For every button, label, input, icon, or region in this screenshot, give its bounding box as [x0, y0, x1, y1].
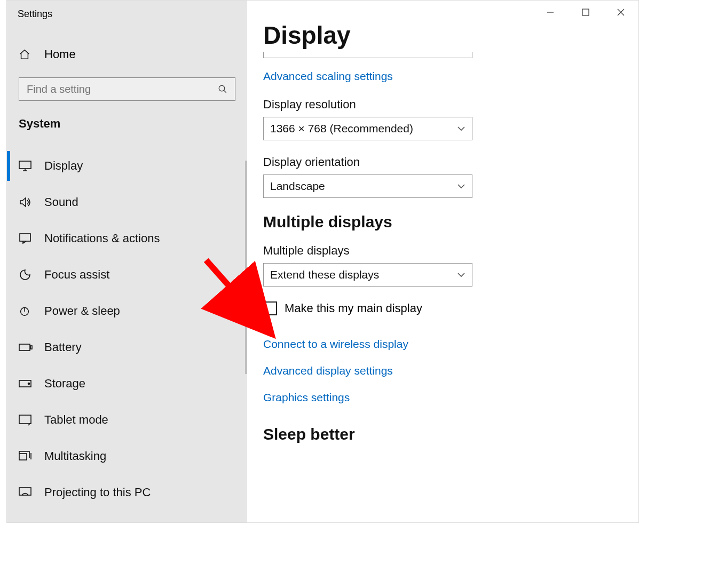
sidebar-item-label: Tablet mode: [44, 413, 108, 427]
focus-assist-icon: [19, 268, 33, 281]
svg-rect-2: [20, 234, 30, 241]
close-button[interactable]: [603, 1, 638, 24]
display-icon: [19, 161, 33, 171]
sleep-better-heading: Sleep better: [263, 425, 622, 443]
multiple-displays-label: Multiple displays: [263, 244, 622, 258]
notifications-icon: [19, 233, 33, 244]
search-icon: [218, 84, 227, 94]
sidebar-item-label: Power & sleep: [44, 304, 120, 318]
sidebar-item-notifications[interactable]: Notifications & actions: [7, 220, 247, 257]
svg-rect-11: [582, 9, 589, 15]
window-controls: [533, 1, 638, 24]
main-content: Display Advanced scaling settings Displa…: [247, 1, 638, 522]
link-graphics-settings[interactable]: Graphics settings: [263, 391, 622, 404]
orientation-dropdown[interactable]: Landscape: [263, 174, 472, 198]
search-input[interactable]: [27, 83, 218, 96]
sidebar-item-label: Sound: [44, 195, 78, 209]
sidebar: Settings Home System: [7, 1, 247, 522]
search-wrap: [7, 72, 247, 101]
sidebar-item-battery[interactable]: Battery: [7, 329, 247, 365]
page-title: Display: [263, 21, 622, 50]
sidebar-home[interactable]: Home: [7, 37, 247, 72]
window-title: Settings: [7, 1, 247, 27]
sidebar-item-label: Focus assist: [44, 268, 109, 282]
sidebar-item-power-sleep[interactable]: Power & sleep: [7, 293, 247, 329]
multiple-displays-value: Extend these displays: [270, 268, 379, 281]
sound-icon: [19, 196, 33, 208]
sidebar-item-label: Projecting to this PC: [44, 486, 151, 499]
power-icon: [19, 305, 33, 317]
sidebar-item-label: Multitasking: [44, 449, 106, 463]
link-advanced-display[interactable]: Advanced display settings: [263, 364, 622, 377]
maximize-button[interactable]: [568, 1, 603, 24]
sidebar-home-label: Home: [44, 47, 76, 61]
sidebar-nav: Display Sound Notifications & actions Fo…: [7, 148, 247, 511]
svg-rect-4: [19, 344, 30, 351]
main-display-checkbox[interactable]: [263, 301, 277, 315]
resolution-dropdown[interactable]: 1366 × 768 (Recommended): [263, 117, 472, 140]
link-advanced-scaling[interactable]: Advanced scaling settings: [263, 70, 393, 83]
chevron-down-icon: [457, 272, 465, 277]
multiple-displays-heading: Multiple displays: [263, 213, 622, 231]
projecting-icon: [19, 487, 33, 498]
minimize-button[interactable]: [533, 1, 568, 24]
main-display-label: Make this my main display: [285, 301, 422, 315]
tablet-icon: [19, 415, 33, 425]
sidebar-section-label: System: [7, 101, 247, 137]
svg-rect-1: [19, 161, 31, 169]
link-wireless-display[interactable]: Connect to a wireless display: [263, 338, 622, 351]
sidebar-item-focus-assist[interactable]: Focus assist: [7, 257, 247, 293]
sidebar-item-label: Battery: [44, 340, 82, 354]
orientation-label: Display orientation: [263, 155, 622, 169]
sidebar-item-display[interactable]: Display: [7, 148, 247, 184]
sidebar-item-label: Notifications & actions: [44, 232, 160, 245]
multiple-displays-dropdown[interactable]: Extend these displays: [263, 263, 472, 287]
svg-rect-9: [19, 454, 27, 460]
sidebar-item-multitasking[interactable]: Multitasking: [7, 438, 247, 474]
sidebar-item-label: Display: [44, 159, 83, 173]
main-display-checkbox-row[interactable]: Make this my main display: [263, 301, 622, 315]
resolution-value: 1366 × 768 (Recommended): [270, 122, 413, 135]
storage-icon: [19, 379, 33, 388]
sidebar-item-sound[interactable]: Sound: [7, 184, 247, 220]
search-input-container[interactable]: [19, 77, 235, 101]
resolution-label: Display resolution: [263, 98, 622, 112]
svg-rect-10: [19, 488, 31, 495]
chevron-down-icon: [457, 184, 465, 189]
settings-window: Settings Home System: [6, 0, 639, 523]
sidebar-item-tablet-mode[interactable]: Tablet mode: [7, 402, 247, 438]
svg-rect-5: [30, 346, 32, 349]
svg-point-0: [219, 85, 225, 91]
sidebar-item-storage[interactable]: Storage: [7, 365, 247, 402]
sidebar-item-label: Storage: [44, 377, 85, 391]
svg-point-7: [28, 383, 30, 385]
chevron-down-icon: [457, 126, 465, 131]
svg-rect-8: [19, 415, 31, 424]
truncated-setting-box[interactable]: [263, 52, 472, 58]
home-icon: [19, 49, 33, 60]
multitasking-icon: [19, 450, 33, 462]
battery-icon: [19, 343, 33, 352]
sidebar-item-projecting[interactable]: Projecting to this PC: [7, 474, 247, 511]
orientation-value: Landscape: [270, 180, 325, 193]
